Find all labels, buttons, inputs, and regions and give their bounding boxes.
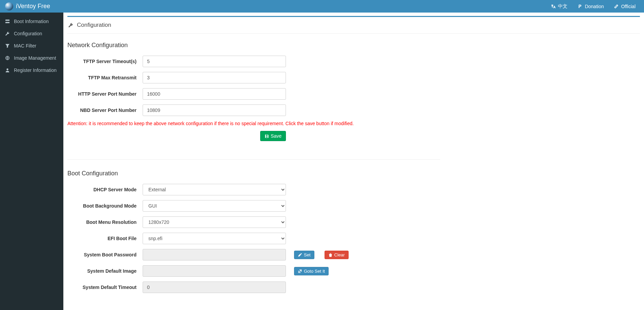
row-resolution: Boot Menu Resolution 1280x720 bbox=[67, 216, 440, 228]
paypal-icon bbox=[578, 4, 582, 9]
page-header: Configuration bbox=[67, 20, 640, 34]
svg-rect-0 bbox=[5, 20, 9, 21]
label-resolution: Boot Menu Resolution bbox=[67, 219, 143, 225]
sidebar-item-label: Register Information bbox=[14, 67, 57, 73]
input-tftp-timeout[interactable] bbox=[143, 56, 286, 67]
network-config-section: Network Configuration TFTP Server Timeou… bbox=[67, 42, 440, 149]
boot-config-section: Boot Configuration DHCP Server Mode Exte… bbox=[67, 170, 440, 306]
input-default-timeout bbox=[143, 282, 286, 293]
topnav-donation[interactable]: Donation bbox=[578, 3, 604, 9]
svg-point-3 bbox=[6, 69, 8, 70]
select-bg-mode[interactable]: GUI bbox=[143, 200, 286, 212]
topnav-donation-label: Donation bbox=[585, 4, 604, 9]
sidebar: Boot Information Configuration MAC Filte… bbox=[0, 13, 63, 310]
label-tftp-retransmit: TFTP Max Retransmit bbox=[67, 75, 143, 80]
main-content: Configuration Network Configuration TFTP… bbox=[63, 13, 644, 310]
wrench-icon bbox=[68, 22, 74, 28]
topnav-official-label: Official bbox=[621, 4, 636, 9]
section-divider bbox=[67, 159, 440, 160]
select-dhcp-mode[interactable]: External bbox=[143, 184, 286, 195]
row-dhcp-mode: DHCP Server Mode External bbox=[67, 184, 440, 195]
brand[interactable]: iVentoy Free bbox=[0, 0, 63, 13]
set-password-button[interactable]: Set bbox=[294, 251, 314, 259]
label-default-image: System Default Image bbox=[67, 268, 143, 274]
topnav-official[interactable]: Official bbox=[614, 3, 636, 9]
label-default-timeout: System Default Timeout bbox=[67, 285, 143, 290]
network-config-heading: Network Configuration bbox=[67, 42, 440, 49]
input-tftp-retransmit[interactable] bbox=[143, 72, 286, 83]
sidebar-item-label: Image Management bbox=[14, 55, 56, 61]
topnav: 中文 Donation Official bbox=[551, 3, 644, 9]
goto-set-button[interactable]: Goto Set It bbox=[294, 267, 329, 275]
filter-icon bbox=[5, 43, 10, 48]
goto-set-label: Goto Set It bbox=[304, 269, 325, 274]
sidebar-item-label: Boot Information bbox=[14, 19, 49, 24]
sidebar-item-mac-filter[interactable]: MAC Filter bbox=[0, 40, 63, 52]
label-http-port: HTTP Server Port Number bbox=[67, 91, 143, 97]
row-bg-mode: Boot Background Mode GUI bbox=[67, 200, 440, 212]
accent-bar bbox=[67, 16, 640, 17]
set-password-label: Set bbox=[304, 252, 311, 257]
brand-title: iVentoy Free bbox=[16, 3, 50, 10]
input-http-port[interactable] bbox=[143, 88, 286, 100]
page-title: Configuration bbox=[77, 22, 111, 28]
wrench-icon bbox=[5, 31, 10, 36]
clear-password-button[interactable]: Clear bbox=[325, 251, 349, 259]
sidebar-item-label: MAC Filter bbox=[14, 43, 36, 49]
label-dhcp-mode: DHCP Server Mode bbox=[67, 187, 143, 192]
row-tftp-timeout: TFTP Server Timeout(s) bbox=[67, 56, 440, 67]
label-nbd-port: NBD Server Port Number bbox=[67, 108, 143, 113]
globe-icon bbox=[5, 56, 10, 60]
save-icon bbox=[265, 134, 269, 138]
select-resolution[interactable]: 1280x720 bbox=[143, 216, 286, 228]
row-default-timeout: System Default Timeout bbox=[67, 282, 440, 293]
svg-rect-1 bbox=[5, 22, 9, 23]
sidebar-item-image-management[interactable]: Image Management bbox=[0, 52, 63, 64]
topnav-language[interactable]: 中文 bbox=[551, 3, 567, 9]
brand-logo-icon bbox=[5, 2, 13, 11]
sidebar-item-label: Configuration bbox=[14, 31, 42, 36]
row-efi-file: EFI Boot File snp.efi bbox=[67, 233, 440, 244]
link-icon bbox=[614, 4, 619, 9]
input-password bbox=[143, 249, 286, 260]
label-tftp-timeout: TFTP Server Timeout(s) bbox=[67, 59, 143, 64]
topbar: iVentoy Free 中文 Donation Official bbox=[0, 0, 644, 13]
language-icon bbox=[551, 4, 556, 9]
server-icon bbox=[5, 19, 10, 24]
edit-icon bbox=[298, 253, 302, 257]
sidebar-item-register-information[interactable]: Register Information bbox=[0, 64, 63, 76]
network-attention-text: Attention: it is recommended to keep the… bbox=[67, 121, 440, 126]
row-default-image: System Default Image Goto Set It bbox=[67, 265, 440, 277]
row-tftp-retransmit: TFTP Max Retransmit bbox=[67, 72, 440, 83]
input-default-image bbox=[143, 265, 286, 277]
row-nbd-port: NBD Server Port Number bbox=[67, 104, 440, 116]
boot-config-heading: Boot Configuration bbox=[67, 170, 440, 177]
save-button-label: Save bbox=[271, 133, 282, 139]
row-password: System Boot Password Set Clear bbox=[67, 249, 440, 260]
label-bg-mode: Boot Background Mode bbox=[67, 203, 143, 209]
label-efi-file: EFI Boot File bbox=[67, 236, 143, 241]
user-icon bbox=[5, 68, 10, 73]
sidebar-item-boot-information[interactable]: Boot Information bbox=[0, 15, 63, 27]
sidebar-item-configuration[interactable]: Configuration bbox=[0, 27, 63, 40]
external-link-icon bbox=[298, 269, 302, 273]
topnav-language-label: 中文 bbox=[558, 3, 567, 9]
input-nbd-port[interactable] bbox=[143, 104, 286, 116]
row-http-port: HTTP Server Port Number bbox=[67, 88, 440, 100]
label-password: System Boot Password bbox=[67, 252, 143, 257]
clear-password-label: Clear bbox=[334, 252, 345, 257]
select-efi-file[interactable]: snp.efi bbox=[143, 233, 286, 244]
trash-icon bbox=[328, 253, 333, 257]
save-button[interactable]: Save bbox=[260, 131, 286, 141]
